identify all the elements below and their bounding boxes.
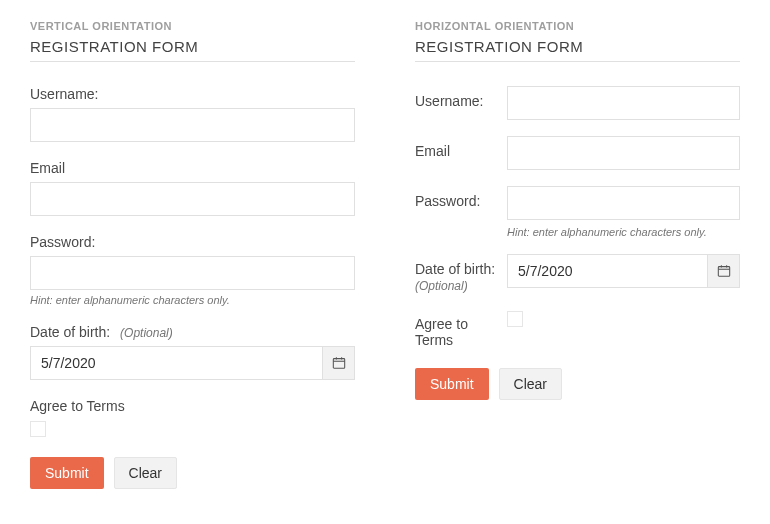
password-label: Password: bbox=[30, 234, 355, 250]
dob-optional-h: (Optional) bbox=[415, 279, 507, 293]
dob-input[interactable]: 5/7/2020 bbox=[30, 346, 355, 380]
dob-input-wrap: 5/7/2020 bbox=[30, 346, 355, 380]
clear-button[interactable]: Clear bbox=[114, 457, 177, 489]
username-label: Username: bbox=[30, 86, 355, 102]
dob-field-h: Date of birth: (Optional) 5/7/2020 bbox=[415, 254, 740, 293]
password-hint-h: Hint: enter alphanumeric characters only… bbox=[507, 226, 740, 238]
vertical-section-label: Vertical Orientation bbox=[30, 20, 355, 32]
submit-button-h[interactable]: Submit bbox=[415, 368, 489, 400]
svg-rect-0 bbox=[333, 359, 344, 369]
vertical-column: Vertical Orientation Registration Form U… bbox=[30, 20, 355, 489]
email-input-h[interactable] bbox=[507, 136, 740, 170]
agree-checkbox[interactable] bbox=[30, 421, 46, 437]
dob-label-text: Date of birth: bbox=[30, 324, 110, 340]
password-input-h[interactable] bbox=[507, 186, 740, 220]
dob-optional: (Optional) bbox=[120, 326, 173, 340]
calendar-button[interactable] bbox=[322, 347, 354, 379]
agree-field: Agree to Terms bbox=[30, 398, 355, 437]
password-field-h: Password: Hint: enter alphanumeric chara… bbox=[415, 186, 740, 238]
username-field: Username: bbox=[30, 86, 355, 142]
svg-rect-4 bbox=[718, 267, 729, 277]
button-row-h: Submit Clear bbox=[415, 368, 740, 400]
horizontal-column: Horizontal Orientation Registration Form… bbox=[415, 20, 740, 489]
clear-button-h[interactable]: Clear bbox=[499, 368, 562, 400]
email-field: Email bbox=[30, 160, 355, 216]
username-field-h: Username: bbox=[415, 86, 740, 120]
dob-label-text-h: Date of birth: bbox=[415, 261, 495, 277]
username-input-h[interactable] bbox=[507, 86, 740, 120]
horizontal-form-title: Registration Form bbox=[415, 38, 740, 62]
submit-button[interactable]: Submit bbox=[30, 457, 104, 489]
calendar-icon bbox=[717, 264, 731, 278]
horizontal-section-label: Horizontal Orientation bbox=[415, 20, 740, 32]
dob-input-wrap-h: 5/7/2020 bbox=[507, 254, 740, 288]
button-row: Submit Clear bbox=[30, 457, 355, 489]
password-hint: Hint: enter alphanumeric characters only… bbox=[30, 294, 355, 306]
password-label-h: Password: bbox=[415, 186, 507, 209]
calendar-icon bbox=[332, 356, 346, 370]
agree-label: Agree to Terms bbox=[30, 398, 355, 414]
email-label-h: Email bbox=[415, 136, 507, 159]
agree-label-h: Agree to Terms bbox=[415, 309, 507, 348]
dob-label: Date of birth: (Optional) bbox=[30, 324, 355, 340]
vertical-form-title: Registration Form bbox=[30, 38, 355, 62]
username-label-h: Username: bbox=[415, 86, 507, 109]
email-label: Email bbox=[30, 160, 355, 176]
email-field-h: Email bbox=[415, 136, 740, 170]
username-input[interactable] bbox=[30, 108, 355, 142]
calendar-button-h[interactable] bbox=[707, 255, 739, 287]
agree-field-h: Agree to Terms bbox=[415, 309, 740, 348]
dob-label-h: Date of birth: (Optional) bbox=[415, 254, 507, 293]
dob-field: Date of birth: (Optional) 5/7/2020 bbox=[30, 324, 355, 380]
dob-input-h[interactable]: 5/7/2020 bbox=[507, 254, 740, 288]
password-field: Password: Hint: enter alphanumeric chara… bbox=[30, 234, 355, 306]
email-input[interactable] bbox=[30, 182, 355, 216]
agree-checkbox-h[interactable] bbox=[507, 311, 523, 327]
password-input[interactable] bbox=[30, 256, 355, 290]
